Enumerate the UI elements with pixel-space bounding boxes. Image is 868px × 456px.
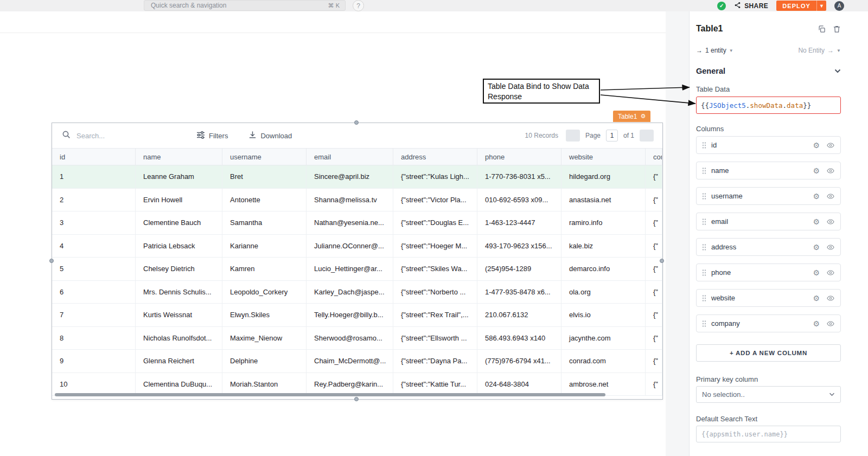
column-header-company[interactable]: company [646,149,662,165]
table-row-4[interactable]: 4Patricia LebsackKarianneJulianne.OConne… [52,235,662,258]
table-cell[interactable]: Chelsey Dietrich [136,258,222,280]
gear-icon[interactable]: ⚙ [813,142,820,149]
table-cell[interactable]: Chaim_McDermott@... [307,350,393,372]
eye-icon[interactable] [826,294,835,302]
quick-search-input[interactable] [150,1,324,10]
column-item-email[interactable]: email⚙ [696,213,841,230]
table-cell[interactable]: 9 [52,350,136,372]
table-cell[interactable]: hildegard.org [561,165,646,188]
drag-handle-icon[interactable] [702,167,706,175]
column-item-id[interactable]: id⚙ [696,136,841,154]
table-cell[interactable]: {"street":"Rex Trail",... [393,304,477,326]
table-cell[interactable]: (775)976-6794 x41... [477,350,561,372]
table-cell[interactable]: ramiro.info [561,211,646,234]
help-button[interactable]: ? [353,0,364,11]
table-cell[interactable]: Samantha [222,211,307,234]
table-cell[interactable]: 586.493.6943 x140 [477,327,561,350]
table-cell[interactable]: jacynthe.com [561,327,646,350]
table-cell[interactable]: 1-770-736-8031 x5... [477,165,561,188]
table-cell[interactable]: {"street":"Kattie Tur... [393,373,477,396]
gear-icon[interactable]: ⚙ [813,167,820,175]
column-item-address[interactable]: address⚙ [696,238,841,256]
gear-icon[interactable]: ⚙ [813,269,820,277]
drag-handle-icon[interactable] [702,294,706,302]
column-header-website[interactable]: website [561,149,646,165]
column-header-username[interactable]: username [222,149,307,165]
horizontal-scrollbar[interactable] [55,393,605,396]
widget-settings-gear-icon[interactable]: ⚙ [640,113,646,119]
table-cell[interactable]: Moriah.Stanton [222,373,307,396]
table-cell[interactable]: {" [646,350,662,372]
table-cell[interactable]: Sincere@april.biz [307,165,393,188]
column-header-address[interactable]: address [393,149,477,165]
table-cell[interactable]: 210.067.6132 [477,304,561,326]
table-cell[interactable]: {"street":"Kulas Ligh... [393,165,477,188]
column-header-email[interactable]: email [307,149,393,165]
table-cell[interactable]: {"street":"Ellsworth ... [393,327,477,350]
table-cell[interactable]: kale.biz [561,235,646,258]
table-cell[interactable]: 1 [52,165,136,188]
column-item-company[interactable]: company⚙ [696,314,841,332]
table-cell[interactable]: Nathan@yesenia.ne... [307,211,393,234]
table-cell[interactable]: Bret [222,165,307,188]
table-cell[interactable]: ambrose.net [561,373,646,396]
table-cell[interactable]: elvis.io [561,304,646,326]
table-cell[interactable]: {"street":"Hoeger M... [393,235,477,258]
table-row-9[interactable]: 9Glenna ReichertDelphineChaim_McDermott@… [52,350,662,373]
table-cell[interactable]: Karley_Dach@jaspe... [307,281,393,304]
table-cell[interactable]: Clementina DuBuqu... [136,373,222,396]
table-search-input[interactable] [75,131,159,140]
add-column-button[interactable]: + ADD A NEW COLUMN [696,344,841,362]
table-row-5[interactable]: 5Chelsey DietrichKamrenLucio_Hettinger@a… [52,258,662,281]
table-row-8[interactable]: 8Nicholas Runolfsdot...Maxime_NienowSher… [52,327,662,350]
copy-widget-icon[interactable] [818,25,826,33]
widget-name-tag[interactable]: Table1 ⚙ [613,111,650,122]
table-cell[interactable]: (254)954-1289 [477,258,561,280]
resize-handle-left[interactable] [49,259,54,263]
table-cell[interactable]: anastasia.net [561,189,646,211]
eye-icon[interactable] [826,142,835,149]
eye-icon[interactable] [826,269,835,277]
table-cell[interactable]: {"street":"Skiles Wa... [393,258,477,280]
table-row-10[interactable]: 10Clementina DuBuqu...Moriah.StantonRey.… [52,373,662,396]
table-cell[interactable]: {" [646,304,662,326]
gear-icon[interactable]: ⚙ [813,218,820,226]
table-cell[interactable]: {" [646,211,662,234]
default-search-input[interactable]: {{appsmith.user.name}} [696,426,841,442]
table-cell[interactable]: Elwyn.Skiles [222,304,307,326]
drag-handle-icon[interactable] [702,142,706,149]
table-cell[interactable]: 1-463-123-4447 [477,211,561,234]
delete-widget-icon[interactable] [833,25,841,33]
table-cell[interactable]: {" [646,235,662,258]
prev-page-button[interactable] [566,130,580,142]
eye-icon[interactable] [826,243,835,251]
table-cell[interactable]: Telly.Hoeger@billy.b... [307,304,393,326]
table-cell[interactable]: Glenna Reichert [136,350,222,372]
next-page-button[interactable] [640,130,654,142]
table-cell[interactable]: 7 [52,304,136,326]
avatar[interactable]: A [834,1,844,11]
column-header-name[interactable]: name [136,149,222,165]
column-item-name[interactable]: name⚙ [696,162,841,179]
table-cell[interactable]: Kamren [222,258,307,280]
gear-icon[interactable]: ⚙ [813,320,820,327]
table-cell[interactable]: {"street":"Dayna Pa... [393,350,477,372]
table-search[interactable] [62,130,176,141]
table-cell[interactable]: {"street":"Norberto ... [393,281,477,304]
table-cell[interactable]: 5 [52,258,136,280]
primary-key-select[interactable]: No selection.. [696,386,841,403]
table-cell[interactable]: Sherwood@rosamo... [307,327,393,350]
table-row-3[interactable]: 3Clementine BauchSamanthaNathan@yesenia.… [52,211,662,235]
section-general[interactable]: General [696,66,841,76]
table-cell[interactable]: Julianne.OConner@... [307,235,393,258]
table-cell[interactable]: 024-648-3804 [477,373,561,396]
table-cell[interactable]: 6 [52,281,136,304]
table-cell[interactable]: 4 [52,235,136,258]
eye-icon[interactable] [826,167,835,175]
table-cell[interactable]: Maxime_Nienow [222,327,307,350]
table-cell[interactable]: {"street":"Victor Pla... [393,189,477,211]
table-row-1[interactable]: 1Leanne GrahamBretSincere@april.biz{"str… [52,165,662,189]
table-data-binding-input[interactable]: {{JSObject5.showData.data}} [696,97,841,114]
table-cell[interactable]: {"street":"Douglas E... [393,211,477,234]
table-cell[interactable]: conrad.com [561,350,646,372]
